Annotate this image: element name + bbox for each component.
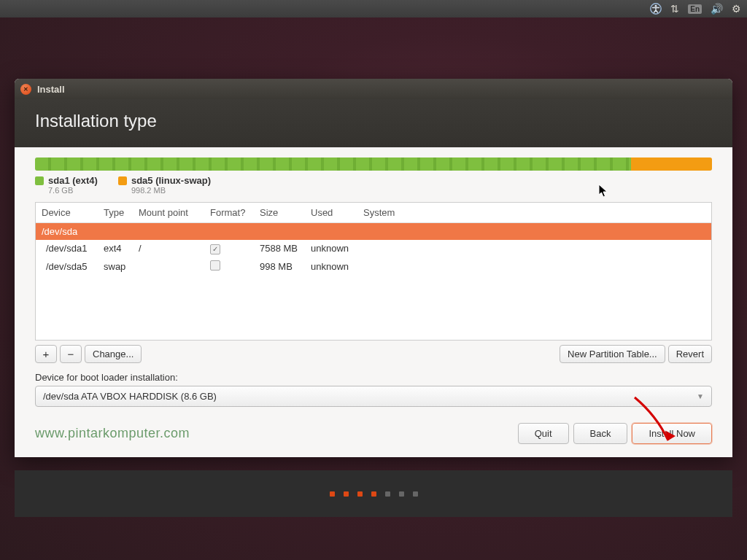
table-row-sda1[interactable]: /dev/sda1 ext4 / ✓ 7588 MB unknown — [36, 240, 711, 257]
table-row-sda5[interactable]: /dev/sda5 swap 998 MB unknown — [36, 257, 711, 276]
footer: www.pintarkomputer.com Quit Back Install… — [35, 423, 712, 444]
page-heading: Installation type — [35, 111, 712, 131]
watermark-text: www.pintarkomputer.com — [35, 426, 190, 441]
change-partition-button[interactable]: Change... — [85, 345, 142, 363]
pager-dot[interactable] — [357, 491, 363, 497]
svg-point-1 — [655, 5, 657, 7]
pager-dot[interactable] — [385, 491, 390, 497]
table-header-row: Device Type Mount point Format? Size Use… — [36, 203, 711, 223]
revert-button[interactable]: Revert — [668, 345, 712, 363]
settings-gear-icon[interactable]: ⚙ — [732, 3, 741, 15]
partition-toolbar: + − Change... New Partition Table... Rev… — [35, 345, 712, 363]
window-content: sda1 (ext4) 7.6 GB sda5 (linux-swap) 998… — [15, 147, 732, 457]
window-titlebar: Install — [15, 79, 732, 99]
bootloader-label: Device for boot loader installation: — [35, 372, 712, 383]
pager-dot[interactable] — [330, 491, 335, 497]
legend-item-sda1: sda1 (ext4) 7.6 GB — [35, 175, 98, 195]
legend-swatch-orange — [118, 176, 127, 185]
remove-partition-button[interactable]: − — [60, 345, 82, 363]
partition-legend: sda1 (ext4) 7.6 GB sda5 (linux-swap) 998… — [35, 175, 712, 195]
partition-bar-sda5 — [631, 158, 712, 171]
install-now-button[interactable]: Install Now — [632, 423, 712, 444]
installer-window: Install Installation type sda1 (ext4) 7.… — [15, 79, 732, 457]
partition-usage-bar — [35, 158, 712, 171]
bootloader-device-dropdown[interactable]: /dev/sda ATA VBOX HARDDISK (8.6 GB) ▼ — [35, 386, 712, 407]
pager-dot[interactable] — [413, 491, 418, 497]
quit-button[interactable]: Quit — [518, 423, 569, 444]
bootloader-device-value: /dev/sda ATA VBOX HARDDISK (8.6 GB) — [43, 391, 217, 402]
window-title: Install — [37, 84, 65, 95]
format-checkbox-sda5[interactable] — [210, 260, 220, 271]
chevron-down-icon: ▼ — [697, 392, 704, 400]
pager-dot[interactable] — [399, 491, 404, 497]
wizard-pager — [15, 470, 732, 517]
format-checkbox-sda1[interactable]: ✓ — [210, 244, 220, 254]
volume-icon[interactable]: 🔊 — [711, 3, 723, 15]
system-menubar: ⇅ En 🔊 ⚙ — [0, 0, 747, 18]
table-row-sda[interactable]: /dev/sda — [36, 223, 711, 241]
window-header: Installation type — [15, 99, 732, 147]
partition-table[interactable]: Device Type Mount point Format? Size Use… — [35, 202, 712, 341]
add-partition-button[interactable]: + — [35, 345, 57, 363]
partition-bar-sda1 — [35, 158, 631, 171]
back-button[interactable]: Back — [573, 423, 628, 444]
network-icon[interactable]: ⇅ — [670, 3, 679, 15]
pager-dot[interactable] — [371, 491, 376, 497]
pager-dot[interactable] — [344, 491, 349, 497]
legend-item-sda5: sda5 (linux-swap) 998.2 MB — [118, 175, 211, 195]
new-partition-table-button[interactable]: New Partition Table... — [560, 345, 665, 363]
accessibility-icon[interactable] — [650, 3, 662, 15]
window-close-button[interactable] — [20, 84, 31, 95]
legend-swatch-green — [35, 176, 44, 185]
keyboard-layout-indicator[interactable]: En — [688, 4, 702, 14]
